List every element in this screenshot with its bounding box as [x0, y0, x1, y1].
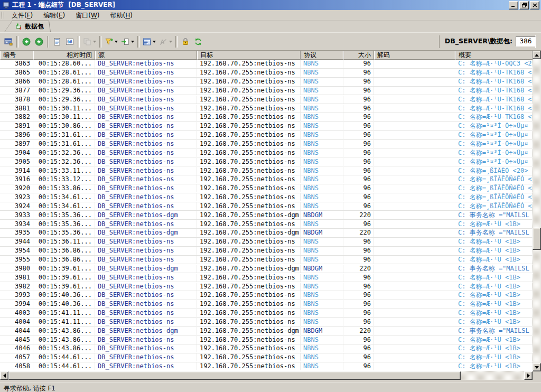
- table-row[interactable]: 386500:15:28.61...DB_SERVER:netbios-ns19…: [0, 69, 533, 78]
- endpoint-view-button[interactable]: [2, 35, 15, 48]
- scroll-up-button[interactable]: [533, 51, 541, 59]
- table-row[interactable]: 388200:15:30.11...DB_SERVER:netbios-ns19…: [0, 113, 533, 122]
- cell-num: 4046: [0, 344, 33, 352]
- dropdown-caret-icon: [93, 41, 96, 43]
- packet-table: 编号相对时间源目标协议大小解码概要 386300:15:28.60...DB_S…: [0, 50, 541, 371]
- table-row[interactable]: 387700:15:29.36...DB_SERVER:netbios-ns19…: [0, 87, 533, 96]
- table-row[interactable]: 404500:15:43.86...DB_SERVER:netbios-ns19…: [0, 335, 533, 344]
- cell-summary: C: 事务名称 ="MAILSL: [455, 229, 533, 237]
- table-row[interactable]: 405800:15:44.61...DB_SERVER:netbios-ns19…: [0, 362, 533, 371]
- cell-num: 3897: [0, 140, 33, 148]
- menu-help[interactable]: 帮助(H): [105, 11, 138, 20]
- table-row[interactable]: 393300:15:35.36...DB_SERVER:netbios-dgm1…: [0, 211, 533, 220]
- table-row[interactable]: 398200:15:39.61...DB_SERVER:netbios-ns19…: [0, 282, 533, 291]
- table-row[interactable]: 393500:15:35.36...DB_SERVER:netbios-dgm1…: [0, 229, 533, 238]
- table-row[interactable]: 398100:15:39.61...DB_SERVER:netbios-ns19…: [0, 273, 533, 282]
- table-row[interactable]: 395400:15:36.86...DB_SERVER:netbios-ns19…: [0, 247, 533, 256]
- menu-file[interactable]: 文件(F): [6, 11, 38, 20]
- table-row[interactable]: 390400:15:32.36...DB_SERVER:netbios-ns19…: [0, 148, 533, 157]
- vertical-scrollbar[interactable]: [533, 51, 541, 371]
- table-row[interactable]: 398000:15:39.61...DB_SERVER:netbios-dgm1…: [0, 264, 533, 273]
- cell-src: DB_SERVER:netbios-ns: [95, 256, 197, 264]
- goto-packet-button[interactable]: [119, 35, 136, 48]
- table-row[interactable]: 389700:15:31.61...DB_SERVER:netbios-ns19…: [0, 140, 533, 149]
- table-row[interactable]: 404600:15:43.86...DB_SERVER:netbios-ns19…: [0, 344, 533, 353]
- table-row[interactable]: 400300:15:41.11...DB_SERVER:netbios-ns19…: [0, 309, 533, 318]
- cell-src: DB_SERVER:netbios-ns: [95, 344, 197, 352]
- restore-button[interactable]: [519, 1, 529, 10]
- arrow-up-icon: [535, 54, 539, 57]
- horizontal-scroll-thumb[interactable]: [8, 371, 461, 380]
- tab-packets[interactable]: 数据包: [4, 21, 51, 32]
- toolbar-separator: [78, 36, 80, 48]
- hex-decode-button[interactable]: 6A: [63, 35, 76, 48]
- cell-dst: 192.168.70.255:netbios-dgm: [197, 265, 301, 273]
- vertical-scroll-thumb[interactable]: [533, 228, 541, 250]
- column-header-time[interactable]: 相对时间: [33, 51, 95, 60]
- minimize-button[interactable]: [509, 1, 518, 10]
- table-row[interactable]: 388100:15:30.11...DB_SERVER:netbios-ns19…: [0, 104, 533, 113]
- menu-gripper[interactable]: [2, 12, 4, 19]
- cell-dst: 192.168.70.255:netbios-ns: [197, 175, 301, 183]
- cell-size: 96: [343, 113, 374, 121]
- column-options-button[interactable]: [141, 35, 157, 48]
- cell-summary: C: 名称=Æ·¹Ü <1B>: [455, 220, 533, 228]
- table-row[interactable]: 395500:15:36.86...DB_SERVER:netbios-ns19…: [0, 256, 533, 265]
- scroll-left-button[interactable]: [0, 371, 8, 380]
- column-header-summary[interactable]: 概要: [455, 51, 533, 60]
- table-row[interactable]: 404400:15:43.86...DB_SERVER:netbios-dgm1…: [0, 326, 533, 335]
- table-row[interactable]: 392000:15:33.86...DB_SERVER:netbios-ns19…: [0, 184, 533, 193]
- cell-summary: C: 名称=¸ßÎÂÊÔÑéÊÒ <: [455, 202, 533, 210]
- cell-size: 96: [343, 105, 374, 113]
- scroll-right-button[interactable]: [524, 371, 533, 380]
- table-row[interactable]: 393400:15:35.36...DB_SERVER:netbios-ns19…: [0, 220, 533, 229]
- cell-dst: 192.168.70.255:netbios-ns: [197, 318, 301, 326]
- refresh-button[interactable]: [192, 35, 204, 48]
- close-button[interactable]: [530, 1, 539, 10]
- cell-time: 00:15:33.86...: [33, 184, 95, 192]
- toolbar: 6AA DB_SERVER\数据包: 386: [0, 32, 541, 50]
- table-row[interactable]: 405700:15:44.61...DB_SERVER:netbios-ns19…: [0, 353, 533, 362]
- cell-proto: NBNS: [301, 300, 343, 308]
- column-header-src[interactable]: 源: [95, 51, 197, 60]
- packet-details-button[interactable]: [51, 35, 63, 48]
- table-row[interactable]: 389600:15:31.61...DB_SERVER:netbios-ns19…: [0, 131, 533, 140]
- scroll-down-button[interactable]: [533, 363, 541, 371]
- cell-num: 3955: [0, 256, 33, 264]
- column-header-dst[interactable]: 目标: [197, 51, 301, 60]
- table-row[interactable]: 390500:15:32.36...DB_SERVER:netbios-ns19…: [0, 157, 533, 166]
- scrollbar-corner: [533, 371, 541, 380]
- back-button[interactable]: [20, 35, 33, 48]
- table-row[interactable]: 399400:15:40.36...DB_SERVER:netbios-ns19…: [0, 300, 533, 309]
- horizontal-scrollbar[interactable]: [0, 371, 533, 380]
- cell-src: DB_SERVER:netbios-ns: [95, 247, 197, 255]
- table-row[interactable]: 389100:15:30.86...DB_SERVER:netbios-ns19…: [0, 122, 533, 131]
- column-header-size[interactable]: 大小: [343, 51, 374, 60]
- table-row[interactable]: 386600:15:28.61...DB_SERVER:netbios-ns19…: [0, 78, 533, 87]
- table-row[interactable]: 391600:15:33.12...DB_SERVER:netbios-ns19…: [0, 175, 533, 184]
- table-row[interactable]: 391400:15:33.11...DB_SERVER:netbios-ns19…: [0, 166, 533, 175]
- cell-src: DB_SERVER:netbios-ns: [95, 78, 197, 86]
- column-header-decode[interactable]: 解码: [374, 51, 455, 60]
- vertical-scroll-track[interactable]: [533, 59, 541, 363]
- forward-button[interactable]: [33, 35, 45, 48]
- table-row[interactable]: 399300:15:40.36...DB_SERVER:netbios-ns19…: [0, 291, 533, 300]
- cell-proto: NBNS: [301, 184, 343, 192]
- cell-src: DB_SERVER:netbios-ns: [95, 87, 197, 95]
- lock-button[interactable]: [179, 35, 192, 48]
- column-header-num[interactable]: 编号: [0, 51, 33, 60]
- table-row[interactable]: 392300:15:34.61...DB_SERVER:netbios-ns19…: [0, 193, 533, 202]
- table-row[interactable]: 392400:15:34.61...DB_SERVER:netbios-ns19…: [0, 202, 533, 211]
- table-row[interactable]: 394400:15:36.11...DB_SERVER:netbios-ns19…: [0, 238, 533, 247]
- cell-proto: NBNS: [301, 353, 343, 361]
- column-header-proto[interactable]: 协议: [301, 51, 343, 60]
- filter-button[interactable]: [103, 35, 119, 48]
- menu-edit[interactable]: 编辑(E): [38, 11, 70, 20]
- table-row[interactable]: 400400:15:41.11...DB_SERVER:netbios-ns19…: [0, 318, 533, 326]
- menu-window[interactable]: 窗口(W): [70, 11, 105, 20]
- dropdown-caret-icon: [131, 41, 134, 43]
- table-row[interactable]: 387800:15:29.36...DB_SERVER:netbios-ns19…: [0, 95, 533, 104]
- cell-proto: NBNS: [301, 87, 343, 95]
- cell-dst: 192.168.70.255:netbios-ns: [197, 87, 301, 95]
- table-row[interactable]: 386300:15:28.60...DB_SERVER:netbios-ns19…: [0, 60, 533, 69]
